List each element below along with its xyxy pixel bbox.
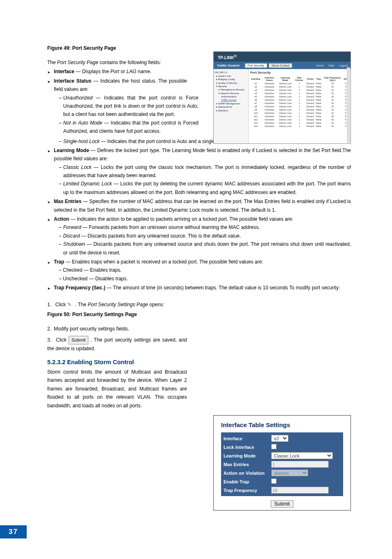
trap-unchecked: – Unchecked — Disables traps.: [59, 275, 351, 283]
table-cell: False: [315, 111, 322, 115]
tree-authentication[interactable]: Authentication: [214, 95, 247, 98]
tree-traffic-control[interactable]: Traffic Control: [214, 98, 247, 102]
value-forward: Forward: [63, 224, 81, 230]
dash-icon: –: [59, 223, 62, 231]
tree-bridging[interactable]: ▸ Bridging Config: [214, 78, 247, 81]
table-header: Max Entries: [293, 76, 306, 82]
table-cell: 10: [322, 95, 343, 98]
table-row: e5UnlockedClassic Lock1DiscardFalse10✎: [250, 95, 349, 98]
table-row: e3UnlockedClassic Lock1DiscardFalse10✎: [250, 88, 349, 92]
table-cell: 10: [322, 82, 343, 85]
table-cell: 1: [293, 111, 306, 115]
table-cell: 1: [293, 115, 306, 118]
dash-icon: –: [59, 232, 62, 240]
select-action-on-violation[interactable]: discard: [271, 469, 308, 476]
tree-maintenance[interactable]: ▸ Maintenance: [214, 105, 247, 109]
table-cell: Discard: [306, 98, 315, 102]
tab-storm-control[interactable]: Storm Control: [269, 63, 292, 68]
table-cell: Discard: [306, 121, 315, 125]
table-cell: Unlocked: [261, 121, 277, 125]
table-cell: Discard: [306, 115, 315, 118]
tab-port-security[interactable]: Port Security: [245, 63, 267, 68]
table-cell: e10: [250, 111, 261, 115]
tree-network-security[interactable]: ▾ Network Security: [214, 92, 247, 95]
figure-50-caption: Figure 50: Port Security Settings Page: [47, 312, 351, 317]
table-cell: False: [315, 102, 322, 105]
table-cell: Classic Lock: [277, 102, 293, 105]
table-cell: Unlocked: [261, 92, 277, 95]
table-row: e1UnlockedClassic Lock1DiscardFalse10✎: [250, 82, 349, 85]
step-2: Modify port security settings fields.: [47, 325, 187, 333]
dialog-title: Interface Table Settings: [221, 421, 343, 428]
section-heading-storm-control: 5.2.3.2 Enabling Storm Control: [47, 359, 351, 365]
checkbox-lock-interface[interactable]: [271, 444, 277, 449]
tree-system[interactable]: ▸ System Info: [214, 74, 247, 78]
learning-desc: — Defines the locked port type. The Lear…: [54, 148, 351, 162]
table-cell: Unlocked: [261, 125, 277, 128]
select-interface[interactable]: e2: [271, 435, 288, 442]
submit-button[interactable]: Submit: [271, 500, 293, 508]
bullet-icon: [47, 259, 51, 266]
table-cell: Classic Lock: [277, 95, 293, 98]
table-cell: False: [315, 125, 322, 128]
value-not-in-auto: Not in Auto Mode: [63, 120, 102, 126]
tree-security[interactable]: ▾ Security: [214, 85, 247, 88]
tree-statistics[interactable]: ▸ Statistics: [214, 109, 247, 112]
maxentries-desc: — Specifies the number of MAC address th…: [54, 199, 351, 213]
nav-tree[interactable]: 192.168.1.1 ▸ System Info ▸ Bridging Con…: [214, 69, 249, 144]
table-cell: 1: [293, 105, 306, 108]
table-cell: Unlocked: [261, 95, 277, 98]
table-cell: 10: [322, 121, 343, 125]
label-action-on-violation: Action on Violation: [222, 471, 271, 476]
table-cell: Discard: [306, 82, 315, 85]
link-about[interactable]: About: [314, 64, 326, 67]
table-cell: 10: [322, 118, 343, 121]
table-cell: 1: [293, 102, 306, 105]
table-cell: e2: [250, 85, 261, 88]
tree-mgmt-security[interactable]: ▸ Management Security: [214, 88, 247, 91]
dash-icon: –: [59, 119, 62, 127]
link-logout[interactable]: Logout: [337, 64, 350, 67]
field-learning-mode: Learning Mode: [54, 148, 89, 153]
input-trap-frequency[interactable]: [271, 487, 329, 494]
table-cell: Discard: [306, 95, 315, 98]
table-cell: 10: [322, 98, 343, 102]
table-header: Interface Status: [261, 76, 277, 82]
bullet-icon: [47, 285, 51, 292]
table-cell: Classic Lock: [277, 118, 293, 121]
table-cell: Unlocked: [261, 111, 277, 115]
table-cell: Discard: [306, 102, 315, 105]
table-cell: e12: [250, 118, 261, 121]
forward-desc: — Forwards packets from an unknown sourc…: [81, 224, 260, 230]
table-cell: 1: [293, 82, 306, 85]
table-cell: e5: [250, 95, 261, 98]
table-cell: Discard: [306, 108, 315, 111]
table-header: Learning Mode: [277, 76, 293, 82]
table-row: e9UnlockedClassic Lock1DiscardFalse10✎: [250, 108, 349, 111]
table-header: Trap Frequency (Sec): [322, 76, 343, 82]
bullet-icon: [47, 148, 51, 155]
value-unauthorized: Unauthorized: [63, 95, 92, 101]
link-help[interactable]: Help: [326, 64, 337, 67]
tree-snmp[interactable]: ▸ SNMP Management: [214, 102, 247, 105]
field-interface-status: Interface Status: [54, 78, 91, 84]
input-max-entries[interactable]: [271, 461, 329, 468]
label-enable-trap: Enable Trap: [222, 479, 271, 484]
table-cell: e1: [250, 82, 261, 85]
table-cell: Unlocked: [261, 115, 277, 118]
checkbox-enable-trap[interactable]: [271, 478, 277, 484]
table-cell: Discard: [306, 118, 315, 121]
table-cell: e8: [250, 105, 261, 108]
scrollbar[interactable]: [347, 67, 350, 143]
table-row: e11UnlockedClassic Lock1DiscardFalse10✎: [250, 115, 349, 118]
tree-root[interactable]: 192.168.1.1: [214, 71, 247, 74]
select-learning-mode[interactable]: Classic Lock: [271, 452, 333, 459]
brand-logo: TP-LINK®: [214, 52, 350, 62]
label-learning-mode: Learning Mode: [222, 453, 271, 458]
table-cell: 10: [322, 85, 343, 88]
traffic-control-label: Traffic Control: [214, 62, 243, 69]
tree-qos[interactable]: ▸ Quality of Service: [214, 81, 247, 85]
table-cell: e3: [250, 88, 261, 92]
classic-desc: — Locks the port using the classic lock …: [63, 164, 351, 178]
table-row: e6UnlockedClassic Lock1DiscardFalse10✎: [250, 98, 349, 102]
